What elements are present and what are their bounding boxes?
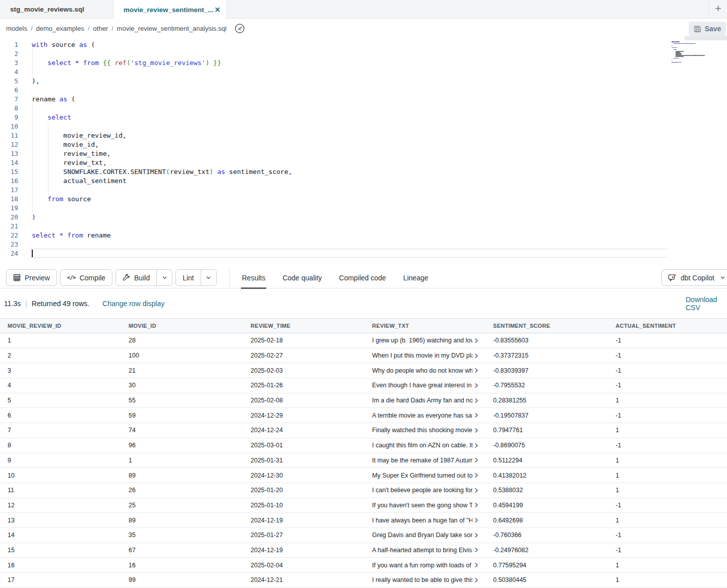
code-line-text: from source (32, 195, 91, 204)
table-cell: Why do people who do not know what… (365, 367, 486, 374)
active-line-highlight (30, 249, 667, 258)
code-lines: 1with source as (23 select * from {{ ref… (0, 40, 292, 258)
expand-review-icon[interactable] (473, 398, 479, 403)
dbt-copilot-button[interactable]: dbt Copilot (661, 269, 727, 286)
expand-review-icon[interactable] (473, 368, 479, 373)
table-cell: 2024-12-19 (243, 517, 365, 524)
copilot-label: dbt Copilot (681, 274, 714, 282)
table-cell: 30 (121, 382, 243, 389)
code-line[interactable]: 10 (0, 122, 292, 131)
review-text: My Super Ex Girlfriend turned out to b… (372, 472, 472, 479)
table-cell: 1 (608, 457, 727, 464)
code-line[interactable]: 23 (0, 240, 292, 249)
line-number: 22 (0, 231, 18, 240)
expand-review-icon[interactable] (473, 428, 479, 433)
results-table: MOVIE_REVIEW_IDMOVIE_IDREVIEW_TIMEREVIEW… (0, 318, 727, 588)
code-line[interactable]: 16 actual_sentiment (0, 177, 292, 186)
expand-review-icon[interactable] (473, 413, 479, 418)
save-label: Save (705, 25, 721, 33)
code-line[interactable]: 2 (0, 49, 292, 58)
table-cell: Im a die hard Dads Army fan and nothi… (365, 397, 486, 404)
line-number: 8 (0, 104, 18, 113)
editor-scrollbar-thumb[interactable] (684, 36, 727, 40)
lint-button[interactable]: Lint (176, 270, 201, 285)
new-tab-button[interactable]: + (709, 0, 727, 18)
code-line[interactable]: 9 select (0, 113, 292, 122)
table-cell: 0.4594199 (486, 502, 608, 509)
table-cell: 8 (0, 442, 121, 449)
expand-review-icon[interactable] (473, 383, 479, 388)
code-line[interactable]: 22select * from rename (0, 231, 292, 240)
table-cell: 89 (121, 472, 243, 479)
preview-button[interactable]: Preview (6, 269, 57, 286)
code-line[interactable]: 7rename as ( (0, 95, 292, 104)
code-line[interactable]: 13 review_time, (0, 149, 292, 158)
column-header: REVIEW_TXT (365, 323, 486, 329)
close-tab-icon[interactable]: ✕ (214, 6, 222, 13)
table-cell: -0.760366 (486, 532, 608, 539)
compass-icon[interactable] (234, 23, 245, 34)
tab-code-quality[interactable]: Code quality (281, 267, 323, 288)
expand-review-icon[interactable] (473, 473, 479, 478)
code-line[interactable]: 12 movie_id, (0, 140, 292, 149)
table-row: 10892024-12-30My Super Ex Girlfriend tur… (0, 468, 727, 483)
code-line[interactable]: 21 (0, 222, 292, 231)
expand-review-icon[interactable] (473, 457, 479, 463)
expand-review-icon[interactable] (473, 547, 479, 553)
breadcrumb-segment: models (6, 25, 27, 32)
line-number: 1 (0, 40, 18, 49)
code-line[interactable]: 15 SNOWFLAKE.CORTEX.SENTIMENT(review_txt… (0, 167, 292, 177)
tab-movie-review-sentiment[interactable]: movie_review_sentiment_... ✕ (113, 0, 227, 19)
table-cell: A terrible movie as everyone has said. … (365, 412, 486, 419)
save-icon (694, 25, 701, 33)
breadcrumb-separator: / (88, 25, 90, 32)
code-line[interactable]: 18 from source (0, 195, 292, 204)
compile-button[interactable]: </> Compile (60, 269, 112, 286)
code-line[interactable]: 11 movie_review_id, (0, 131, 292, 140)
code-line[interactable]: 4 (0, 68, 292, 77)
expand-review-icon[interactable] (473, 353, 479, 359)
breadcrumb-separator: / (111, 25, 113, 32)
code-line[interactable]: 8 (0, 104, 292, 113)
download-csv-link[interactable]: Download CSV (686, 288, 727, 318)
expand-review-icon[interactable] (473, 517, 479, 523)
results-table-body: 1282025-02-18I grew up (b. 1965) watchin… (0, 333, 727, 588)
expand-review-icon[interactable] (473, 488, 479, 493)
code-line[interactable]: 20) (0, 213, 292, 222)
code-line[interactable]: 5), (0, 77, 292, 86)
expand-review-icon[interactable] (473, 502, 479, 508)
table-cell: If you haven't seen the gong show TV s… (365, 502, 486, 509)
lint-dropdown[interactable] (201, 270, 216, 285)
tab-lineage[interactable]: Lineage (402, 267, 430, 288)
expand-review-icon[interactable] (473, 533, 479, 538)
expand-review-icon[interactable] (473, 562, 479, 568)
table-row: 16162025-02-04If you want a fun romp wit… (0, 558, 727, 573)
expand-review-icon[interactable] (473, 338, 479, 343)
change-row-display-link[interactable]: Change row display (102, 300, 164, 308)
line-number: 6 (0, 86, 18, 95)
tab-compiled-code[interactable]: Compiled code (338, 267, 387, 288)
build-button[interactable]: Build (116, 270, 156, 285)
build-dropdown[interactable] (156, 270, 172, 285)
code-line[interactable]: 17 (0, 186, 292, 195)
code-line[interactable]: 19 (0, 204, 292, 213)
file-tab-bar: stg_movie_reviews.sql movie_review_senti… (0, 0, 727, 19)
table-cell: 1 (0, 337, 121, 344)
table-cell: 2025-02-03 (243, 367, 365, 374)
code-editor[interactable]: 1with source as (23 select * from {{ ref… (0, 38, 727, 267)
code-line[interactable]: 3 select * from {{ ref('stg_movie_review… (0, 58, 292, 68)
expand-review-icon[interactable] (473, 577, 479, 583)
tab-stg-movie-reviews[interactable]: stg_movie_reviews.sql (0, 0, 113, 18)
table-cell: -1 (608, 502, 727, 509)
tab-results[interactable]: Results (241, 267, 267, 288)
save-button[interactable]: Save (689, 22, 726, 36)
code-line[interactable]: 14 review_txt, (0, 158, 292, 167)
code-line[interactable]: 1with source as ( (0, 40, 292, 49)
minimap[interactable] (672, 41, 714, 65)
code-line[interactable]: 6 (0, 86, 292, 95)
table-cell: 2024-12-19 (243, 547, 365, 554)
table-cell: 2025-01-26 (243, 382, 365, 389)
lint-split-button: Lint (175, 269, 217, 286)
expand-review-icon[interactable] (473, 443, 479, 448)
table-row: 7742024-12-24Finally watched this shocki… (0, 423, 727, 438)
